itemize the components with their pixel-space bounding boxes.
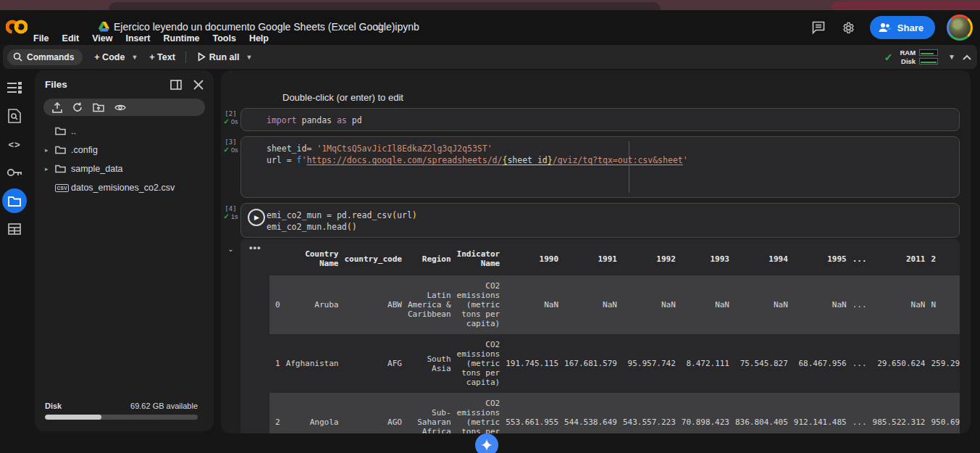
comment-icon[interactable] bbox=[809, 18, 828, 37]
menu-item-insert[interactable]: Insert bbox=[125, 33, 150, 43]
menu-item-edit[interactable]: Edit bbox=[62, 33, 80, 43]
df-cell: 68.467.956 bbox=[788, 334, 847, 393]
output-more-icon[interactable]: ••• bbox=[249, 242, 261, 253]
df-cell: CO2 emissions (metric tons per capita) bbox=[451, 334, 501, 393]
disk-usage-progressbar bbox=[45, 415, 198, 420]
find-replace-icon[interactable] bbox=[6, 107, 23, 125]
run-cell-button[interactable]: ▶ bbox=[248, 209, 265, 226]
cell-exec-time: 0s bbox=[231, 146, 238, 154]
code-cell[interactable]: import pandas as pd bbox=[240, 108, 960, 131]
files-icon[interactable] bbox=[2, 188, 27, 213]
df-cell: South Asia bbox=[402, 334, 451, 393]
df-cell: Afghanistan bbox=[280, 334, 339, 393]
dock-panel-icon[interactable] bbox=[170, 80, 182, 90]
df-cell: 543.557.223 bbox=[617, 393, 676, 433]
df-column-header: 2011 bbox=[867, 242, 926, 275]
tree-expand-icon[interactable]: ▸ bbox=[45, 165, 55, 173]
df-cell: 836.804.405 bbox=[729, 393, 788, 433]
add-code-button[interactable]: + Code ▼ bbox=[94, 52, 138, 62]
run-all-caret-icon[interactable]: ▼ bbox=[246, 54, 253, 61]
df-cell: 0 bbox=[269, 275, 280, 334]
add-text-label: + Text bbox=[149, 52, 175, 62]
markdown-cell-hint[interactable]: Double-click (or enter) to edit bbox=[282, 92, 971, 103]
dataframe-header: Country Namecountry_codeRegionIndicator … bbox=[269, 242, 960, 275]
df-cell: ... bbox=[847, 393, 867, 433]
collapse-toolbar-icon[interactable] bbox=[963, 54, 971, 60]
disk-usage: Disk 69.62 GB available bbox=[45, 402, 198, 420]
star-icon[interactable]: ☆ bbox=[374, 20, 385, 33]
table-of-contents-icon[interactable] bbox=[6, 79, 23, 96]
tree-expand-icon[interactable]: ▸ bbox=[45, 146, 55, 154]
colab-logo-icon[interactable] bbox=[6, 17, 28, 36]
search-icon bbox=[13, 52, 22, 62]
cell-check-icon: ✓ bbox=[224, 146, 230, 154]
df-cell: ... bbox=[847, 275, 867, 334]
menu-item-runtime[interactable]: Runtime bbox=[163, 33, 199, 43]
df-column-header: Country Name bbox=[280, 242, 339, 275]
cell-check-icon: ✓ bbox=[224, 117, 230, 125]
df-cell: 2 bbox=[269, 393, 280, 433]
notebook-title[interactable]: Ejercico leyendo un documento Google She… bbox=[114, 21, 419, 33]
add-text-button[interactable]: + Text bbox=[149, 52, 175, 62]
code-snippets-icon[interactable]: <> bbox=[6, 136, 23, 153]
mount-drive-icon[interactable] bbox=[93, 103, 104, 112]
menu-item-help[interactable]: Help bbox=[249, 33, 269, 43]
code-cell-row: [4]✓1s▶emi_co2_mun = pd.read_csv(url)emi… bbox=[221, 203, 971, 238]
df-cell: 912.141.485 bbox=[788, 393, 847, 433]
play-icon bbox=[198, 52, 206, 62]
code-cell[interactable]: ▶emi_co2_mun = pd.read_csv(url)emi_co2_m… bbox=[240, 203, 960, 238]
close-panel-icon[interactable] bbox=[193, 80, 204, 90]
file-name: .. bbox=[71, 126, 76, 136]
settings-gear-icon[interactable] bbox=[839, 18, 858, 37]
toolbar-divider bbox=[185, 51, 186, 63]
browser-tab-right[interactable] bbox=[832, 1, 980, 10]
gemini-sparkle-button[interactable] bbox=[475, 433, 498, 453]
code-cell[interactable]: sheet_id= '1MqCtsQ5avJicIl8EdkaZ2lg3qJ2q… bbox=[240, 136, 960, 198]
browser-tab[interactable] bbox=[109, 2, 661, 10]
variable-table-icon[interactable] bbox=[6, 220, 23, 238]
df-cell: NaN bbox=[676, 275, 729, 334]
file-tree-item[interactable]: ▸sample_data bbox=[35, 159, 214, 178]
df-cell: 8.472.111 bbox=[676, 334, 729, 393]
eye-icon[interactable] bbox=[114, 104, 126, 112]
collapse-output-icon[interactable]: ⌄ bbox=[227, 245, 233, 253]
dataframe-table: Country Namecountry_codeRegionIndicator … bbox=[269, 242, 960, 433]
add-code-label: + Code bbox=[94, 52, 125, 62]
ram-label: RAM bbox=[900, 49, 916, 57]
disk-usage-bar bbox=[919, 58, 938, 65]
secrets-key-icon[interactable] bbox=[6, 164, 23, 181]
avatar[interactable] bbox=[947, 14, 973, 41]
df-cell: 75.545.827 bbox=[729, 334, 788, 393]
resources-caret-icon[interactable]: ▼ bbox=[948, 53, 955, 61]
cell-exec-time: 1s bbox=[231, 213, 238, 220]
menu-item-view[interactable]: View bbox=[92, 33, 112, 43]
menu-item-tools[interactable]: Tools bbox=[212, 33, 235, 43]
resource-monitor[interactable]: RAM Disk bbox=[900, 49, 938, 65]
file-name: .config bbox=[71, 145, 98, 155]
add-code-caret-icon[interactable]: ▼ bbox=[131, 54, 138, 61]
code-text[interactable]: sheet_id= '1MqCtsQ5avJicIl8EdkaZ2lg3qJ2q… bbox=[267, 143, 959, 166]
df-cell: NaN bbox=[729, 275, 788, 334]
file-tree-item[interactable]: ▸.config bbox=[35, 141, 214, 159]
cells-container: [2]✓0simport pandas as pd[3]✓0ssheet_id=… bbox=[221, 108, 971, 238]
file-tree-item[interactable]: .. bbox=[35, 122, 214, 141]
file-tree-item[interactable]: CSVdatos_emisiones_co2.csv bbox=[35, 178, 214, 197]
df-column-header: Region bbox=[402, 242, 451, 275]
df-cell: ... bbox=[847, 334, 867, 393]
cell-check-icon: ✓ bbox=[224, 212, 230, 220]
df-cell: Sub- Saharan Africa bbox=[402, 393, 451, 433]
code-text[interactable]: emi_co2_mun = pd.read_csv(url)emi_co2_mu… bbox=[267, 209, 959, 233]
df-row: 2AngolaAGOSub- Saharan AfricaCO2 emissio… bbox=[269, 393, 960, 433]
menu-item-file[interactable]: File bbox=[33, 33, 49, 43]
code-text[interactable]: import pandas as pd bbox=[267, 115, 959, 126]
run-all-button[interactable]: Run all ▼ bbox=[198, 52, 253, 62]
output-area: ••• Country Namecountry_codeRegionIndica… bbox=[240, 239, 960, 433]
output-row: ⌄ ••• Country Namecountry_codeRegionIndi… bbox=[221, 239, 971, 433]
df-column-header: ... bbox=[847, 242, 867, 275]
share-button[interactable]: Share bbox=[870, 16, 935, 39]
df-cell: AGO bbox=[338, 393, 401, 433]
upload-icon[interactable] bbox=[52, 102, 62, 113]
commands-button[interactable]: Commands bbox=[7, 49, 83, 65]
menu-bar: FileEditViewInsertRuntimeToolsHelp bbox=[33, 33, 269, 43]
refresh-icon[interactable] bbox=[72, 102, 83, 112]
